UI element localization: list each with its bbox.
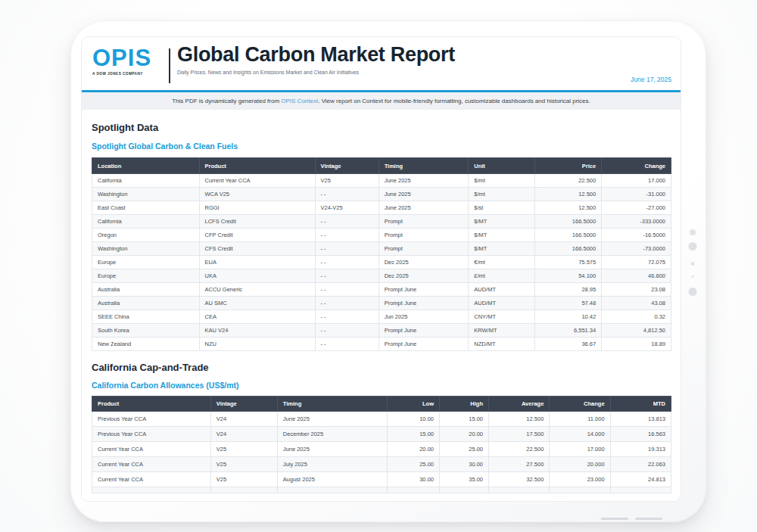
table-cell: 10.42 xyxy=(535,310,602,324)
table-cell: Dec 2025 xyxy=(378,256,469,269)
table-cell: -31.000 xyxy=(602,188,671,201)
table-cell: 46.600 xyxy=(602,269,671,283)
speaker-grille-icon xyxy=(635,518,662,520)
table-cell: December 2025 xyxy=(277,427,387,442)
table-cell: V25 xyxy=(210,442,277,457)
table-cell: €/mt xyxy=(469,256,535,269)
spotlight-table: LocationProductVintageTimingUnitPriceCha… xyxy=(92,157,671,351)
table-cell: 23.000 xyxy=(550,472,610,487)
table-cell: 25.00 xyxy=(388,457,440,472)
table-cell: - - xyxy=(315,310,378,324)
table-cell: 166.5000 xyxy=(535,215,602,229)
table-cell: Washington xyxy=(92,188,200,201)
table-cell: 12.500 xyxy=(535,201,602,215)
column-header: Product xyxy=(92,397,211,412)
table-cell: KRW/MT xyxy=(469,324,535,338)
opis-logo-tagline: A DOW JONES COMPANY xyxy=(92,72,143,76)
table-cell: EUA xyxy=(199,256,315,269)
column-header: Location xyxy=(92,158,200,174)
table-row: East CoastRGGIV24-V25June 2025$/st12.500… xyxy=(92,201,671,215)
page-background: OPIS A DOW JONES COMPANY Global Carbon M… xyxy=(0,0,757,532)
table-row: WashingtonWCA V25- -June 2025$/mt12.500-… xyxy=(92,188,671,201)
column-header: Change xyxy=(550,397,610,412)
table-cell: 25.00 xyxy=(439,442,488,457)
opis-logo-text: OPIS xyxy=(92,46,157,70)
table-cell: 43.08 xyxy=(602,297,671,310)
camera-dot-icon xyxy=(690,229,696,235)
table-cell: 24.813 xyxy=(610,472,671,487)
table-cell: CFP Credit xyxy=(199,229,315,242)
table-cell: Current Year CCA xyxy=(92,442,211,457)
table-header-row: ProductVintageTimingLowHighAverageChange… xyxy=(92,397,671,412)
table-cell: 17.000 xyxy=(550,442,610,457)
notice-text-post: . View report on Context for mobile-frie… xyxy=(318,98,590,104)
table-cell: 28.95 xyxy=(535,283,602,297)
report-date: June 17, 2025 xyxy=(631,76,671,83)
table-cell: June 2025 xyxy=(277,442,387,457)
table-row-partial xyxy=(92,487,671,493)
table-cell: June 2025 xyxy=(378,174,469,188)
opis-logo: OPIS A DOW JONES COMPANY xyxy=(92,46,157,76)
table-cell: Previous Year CCA xyxy=(92,427,211,442)
table-row: Current Year CCAV25August 202530.0035.00… xyxy=(92,472,671,487)
table-cell: Current Year CCA xyxy=(92,472,211,487)
table-cell: KAU V24 xyxy=(199,324,315,338)
table-cell: AU SMC xyxy=(199,297,315,310)
column-header: Price xyxy=(535,158,602,174)
subsection-heading-california-carbon-allowances: California Carbon Allowances (US$/mt) xyxy=(92,381,671,390)
title-block: Global Carbon Market Report Daily Prices… xyxy=(177,44,455,75)
table-cell: NZD/MT xyxy=(469,338,535,351)
table-cell: $/MT xyxy=(469,242,535,256)
table-cell: AUD/MT xyxy=(469,283,535,297)
table-cell: June 2025 xyxy=(277,412,387,427)
table-cell: - - xyxy=(315,215,378,229)
table-cell: SEEE China xyxy=(92,310,200,324)
column-header: Vintage xyxy=(210,397,277,412)
table-cell: - - xyxy=(315,324,378,338)
table-cell: UKA xyxy=(199,269,315,283)
table-cell: -333.0000 xyxy=(602,215,671,229)
table-cell xyxy=(92,487,211,493)
table-cell: Current Year CCA xyxy=(199,174,315,188)
table-cell xyxy=(277,487,387,493)
table-row: CaliforniaCurrent Year CCAV25June 2025$/… xyxy=(92,174,671,188)
table-cell: Prompt xyxy=(378,229,469,242)
tablet-screen: OPIS A DOW JONES COMPANY Global Carbon M… xyxy=(81,36,681,502)
table-row: WashingtonCFS Credit- -Prompt$/MT166.500… xyxy=(92,242,671,256)
table-row: EuropeEUA- -Dec 2025€/mt75.57572.075 xyxy=(92,256,671,269)
table-cell: 20.000 xyxy=(550,457,610,472)
table-cell: V25 xyxy=(315,174,378,188)
table-cell: July 2025 xyxy=(277,457,387,472)
table-row: EuropeUKA- -Dec 2025£/mt54.10046.600 xyxy=(92,269,671,283)
table-cell: - - xyxy=(315,242,378,256)
table-cell: - - xyxy=(315,229,378,242)
table-row: Previous Year CCAV24June 202510.0015.001… xyxy=(92,412,671,427)
table-cell xyxy=(439,487,488,493)
table-cell: CNY/MT xyxy=(469,310,535,324)
table-cell: 30.00 xyxy=(388,472,440,487)
report-title: Global Carbon Market Report xyxy=(177,44,455,67)
table-cell: 11.000 xyxy=(550,412,610,427)
table-cell: 30.00 xyxy=(439,457,488,472)
table-cell: 22.500 xyxy=(535,174,602,188)
table-row: New ZealandNZU- -Prompt JuneNZD/MT36.671… xyxy=(92,338,671,351)
table-cell: August 2025 xyxy=(277,472,387,487)
table-cell: -16.5000 xyxy=(602,229,671,242)
table-cell: 10.00 xyxy=(388,412,440,427)
table-cell: 27.500 xyxy=(489,457,550,472)
column-header: Change xyxy=(602,158,671,174)
table-cell: V24-V25 xyxy=(315,201,378,215)
table-cell: 20.00 xyxy=(388,442,440,457)
notice-text-pre: This PDF is dynamically generated from xyxy=(172,98,281,104)
table-cell: California xyxy=(92,215,200,229)
table-cell xyxy=(610,487,671,493)
table-row: CaliforniaLCFS Credit- -Prompt$/MT166.50… xyxy=(92,215,671,229)
column-header: MTD xyxy=(610,397,671,412)
opis-context-link[interactable]: OPIS Context xyxy=(281,98,318,104)
table-cell: 15.00 xyxy=(388,427,440,442)
pdf-report-page: OPIS A DOW JONES COMPANY Global Carbon M… xyxy=(82,37,681,501)
table-cell xyxy=(388,487,440,493)
table-cell: $/MT xyxy=(469,215,535,229)
tablet-device-frame: OPIS A DOW JONES COMPANY Global Carbon M… xyxy=(70,20,706,522)
table-cell: Australia xyxy=(92,297,200,310)
